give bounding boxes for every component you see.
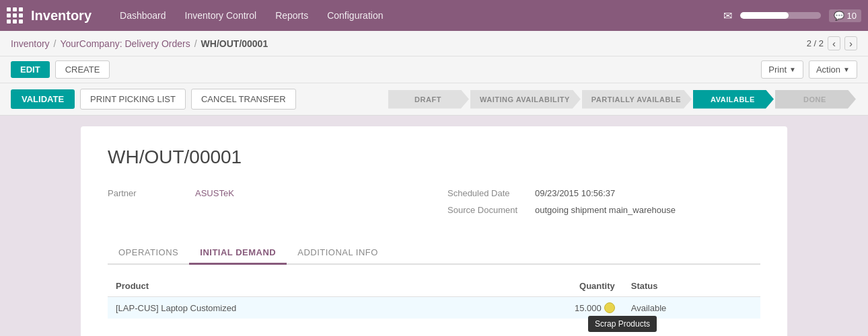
quantity-value: 15.000 (575, 303, 602, 313)
operations-table: Product Quantity Status [LAP-CUS] Laptop… (108, 276, 760, 319)
document-fields: Partner ASUSTeK Scheduled Date 09/23/201… (108, 188, 760, 222)
tab-additional-info[interactable]: ADDITIONAL INFO (287, 242, 389, 265)
table-row: [LAP-CUS] Laptop Customized 15.000 Scrap… (108, 297, 760, 319)
pipeline-step-draft[interactable]: DRAFT (388, 90, 470, 109)
nav-reports[interactable]: Reports (267, 6, 316, 25)
breadcrumb: Inventory / YourCompany: Delivery Orders… (11, 38, 268, 49)
cell-product: [LAP-CUS] Laptop Customized (108, 297, 472, 319)
tab-initial-demand[interactable]: INITIAL DEMAND (189, 242, 287, 265)
breadcrumb-home[interactable]: Inventory (11, 38, 50, 49)
pager-text: 2 / 2 (807, 38, 824, 48)
scheduled-date-label: Scheduled Date (447, 188, 535, 198)
col-quantity: Quantity (472, 276, 623, 297)
pipeline-step-partial[interactable]: PARTIALLY AVAILABLE (582, 90, 693, 109)
status-pipeline: DRAFT WAITING AVAILABILITY PARTIALLY AVA… (388, 90, 857, 109)
pager-next-button[interactable]: › (844, 36, 857, 50)
step-partial: PARTIALLY AVAILABLE (582, 90, 692, 109)
progress-bar-fill (740, 12, 789, 19)
partner-label: Partner (108, 188, 195, 198)
workflow-bar: VALIDATE PRINT PICKING LIST CANCEL TRANS… (0, 83, 868, 116)
validate-button[interactable]: VALIDATE (11, 89, 75, 109)
breadcrumb-bar: Inventory / YourCompany: Delivery Orders… (0, 31, 868, 56)
cancel-transfer-button[interactable]: CANCEL TRANSFER (191, 89, 296, 110)
action-dropdown-arrow: ▼ (843, 66, 850, 73)
nav-configuration[interactable]: Configuration (319, 6, 391, 25)
step-draft: DRAFT (388, 90, 469, 109)
breadcrumb-level2[interactable]: YourCompany: Delivery Orders (60, 38, 190, 49)
step-available: AVAILABLE (693, 90, 774, 109)
action-button[interactable]: Action ▼ (809, 60, 857, 79)
scrap-tooltip: Scrap Products (588, 316, 657, 332)
source-doc-value: outgoing shipment main_warehouse (535, 205, 676, 215)
progress-bar (740, 12, 821, 19)
mail-icon[interactable]: ✉ (723, 9, 732, 22)
partner-value[interactable]: ASUSTeK (195, 188, 234, 198)
breadcrumb-sep-2: / (194, 38, 197, 49)
action-label: Action (816, 65, 840, 75)
step-done: DONE (775, 90, 856, 109)
left-fields: Partner ASUSTeK (108, 188, 421, 222)
document-title: WH/OUT/00001 (108, 146, 760, 168)
print-label: Print (768, 65, 787, 75)
print-button[interactable]: Print ▼ (761, 60, 803, 79)
top-navigation: Inventory Dashboard Inventory Control Re… (0, 0, 868, 31)
nav-inventory-control[interactable]: Inventory Control (177, 6, 265, 25)
pipeline-step-available[interactable]: AVAILABLE (693, 90, 775, 109)
source-doc-label: Source Document (447, 205, 535, 215)
step-waiting: WAITING AVAILABILITY (470, 90, 581, 109)
partner-row: Partner ASUSTeK (108, 188, 421, 198)
source-doc-row: Source Document outgoing shipment main_w… (447, 205, 760, 215)
edit-button[interactable]: EDIT (11, 61, 50, 78)
col-status: Status (623, 276, 760, 297)
pipeline-step-done[interactable]: DONE (775, 90, 857, 109)
breadcrumb-current: WH/OUT/00001 (201, 38, 268, 49)
apps-grid-icon[interactable] (7, 7, 23, 24)
quantity-wrap: 15.000 Scrap Products (575, 302, 615, 313)
col-product: Product (108, 276, 472, 297)
nav-dashboard[interactable]: Dashboard (112, 6, 174, 25)
pipeline-step-waiting[interactable]: WAITING AVAILABILITY (470, 90, 582, 109)
scheduled-date-value: 09/23/2015 10:56:37 (535, 188, 615, 198)
print-dropdown-arrow: ▼ (789, 66, 796, 73)
chat-button[interactable]: 💬 10 (829, 9, 861, 22)
action-bar: EDIT CREATE Print ▼ Action ▼ (0, 56, 868, 83)
create-button[interactable]: CREATE (55, 60, 110, 79)
tabs: OPERATIONS INITIAL DEMAND ADDITIONAL INF… (108, 242, 760, 265)
scheduled-date-row: Scheduled Date 09/23/2015 10:56:37 (447, 188, 760, 198)
cell-quantity: 15.000 Scrap Products (472, 297, 623, 319)
scrap-icon[interactable] (604, 302, 615, 313)
brand-title: Inventory (31, 8, 92, 24)
pager: 2 / 2 ‹ › (807, 36, 857, 50)
breadcrumb-sep-1: / (54, 38, 57, 49)
main-nav: Dashboard Inventory Control Reports Conf… (112, 6, 723, 25)
print-picking-button[interactable]: PRINT PICKING LIST (80, 89, 186, 110)
document-card: WH/OUT/00001 Partner ASUSTeK Scheduled D… (81, 126, 787, 336)
workflow-buttons: VALIDATE PRINT PICKING LIST CANCEL TRANS… (11, 89, 296, 110)
pager-prev-button[interactable]: ‹ (828, 36, 840, 50)
right-fields: Scheduled Date 09/23/2015 10:56:37 Sourc… (447, 188, 760, 222)
tab-operations[interactable]: OPERATIONS (108, 242, 189, 265)
top-right-controls: ✉ 💬 10 (723, 9, 861, 22)
main-content: WH/OUT/00001 Partner ASUSTeK Scheduled D… (0, 116, 868, 336)
